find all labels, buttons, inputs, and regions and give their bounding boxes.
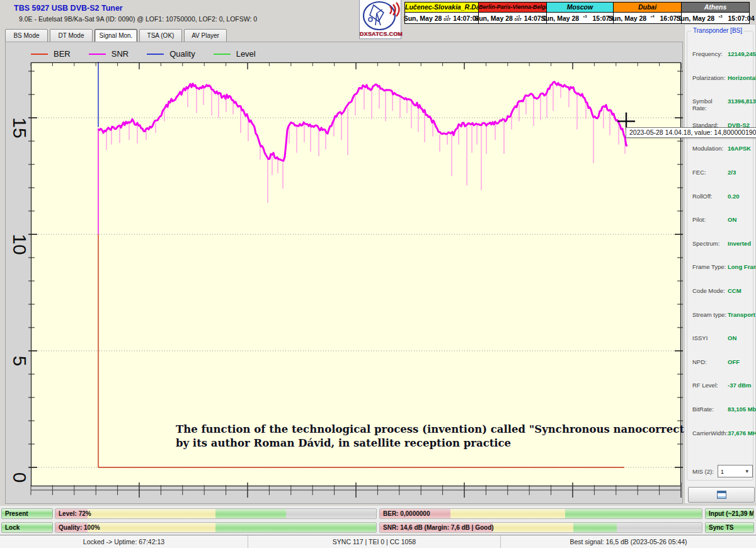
clock-city-label: Moscow — [547, 3, 613, 13]
tab-tsa-ok-[interactable]: TSA (OK) — [139, 29, 182, 43]
transponder-row-value: 16APSK — [728, 145, 751, 152]
transponder-groupbox: Transponder [BS] Frequency:12149,245 MHz… — [687, 31, 753, 481]
transponder-row-label: Stream type: — [692, 311, 728, 318]
clock-utc-offset: +4 — [650, 15, 654, 21]
transponder-row: Frame Type:Long Frame — [692, 263, 753, 270]
annotation-line2: by its author Roman Dávid, in satellite … — [176, 437, 718, 450]
clock-utc-offset: +1DST — [444, 15, 450, 21]
transponder-row-label: Symbol Rate: — [692, 98, 728, 111]
status-badge-input-21-39-mbps-: Input (~21,39 Mbps) — [705, 508, 754, 519]
transponder-row-label: CarrierWidth: — [692, 430, 728, 437]
logo-text: DXSATCS.COM — [360, 31, 401, 37]
indicator-bar-text: Quality: 100% — [59, 523, 100, 533]
transponder-row-label: Polarization: — [692, 74, 728, 81]
status-sync: SYNC 117 | TEI 0 | CC 1058 — [248, 535, 501, 548]
bar-segment-gray — [286, 509, 376, 518]
bar-segment-green — [565, 509, 702, 518]
transponder-row-label: BitRate: — [692, 406, 728, 413]
transponder-row-label: RollOff: — [692, 193, 728, 200]
indicator-bar: Quality: 100% — [55, 522, 377, 533]
dst-flag — [720, 18, 721, 21]
transponder-row-label: Pilot: — [692, 216, 728, 223]
status-badge-lock: Lock — [1, 522, 53, 533]
transponder-row: NPD:OFF — [692, 358, 753, 365]
stream-list-button[interactable] — [688, 487, 755, 503]
clock-date: Sun, May 28 — [541, 14, 580, 22]
indicator-bar-text: Level: 72% — [59, 509, 91, 519]
indicator-bar: SNR: 14,6 dB (Margin: 7,6 dB | Good) — [379, 522, 702, 533]
transponder-row: RollOff:0.20 — [692, 193, 753, 200]
indicator-bar-text: BER: 0,0000000 — [383, 509, 430, 519]
transponder-row-value: Inverted — [728, 240, 751, 247]
mis-value: 1 — [721, 468, 724, 475]
clock-cell: Berlin-Paris-Vienna-BelgradeSun, May 28+… — [478, 2, 547, 24]
transponder-row-value: ON — [728, 216, 736, 223]
clock-utc-offset: +3 — [583, 15, 587, 21]
chart-legend: BERSNRQualityLevel — [31, 49, 268, 59]
status-bar: Locked -> Uptime: 67:42:13 SYNC 117 | TE… — [0, 535, 756, 548]
world-clocks: Lučenec-Slovakia_R.DávidSun, May 28+1DST… — [405, 2, 750, 24]
clock-cell: DubaiSun, May 28+4 16:07:04 — [613, 2, 682, 24]
legend-label: Level — [236, 49, 256, 59]
transponder-row: Spectrum:Inverted — [692, 240, 753, 247]
status-badge-present: Present — [1, 508, 53, 519]
bar-segment-yellow — [88, 509, 216, 518]
clock-time: Sun, May 28+1DST14:07:04 — [479, 13, 546, 23]
tab-dt-mode[interactable]: DT Mode — [50, 29, 93, 43]
app-window: { "window": { "title": "TBS 5927 USB DVB… — [0, 0, 756, 548]
bar-segment-yellow — [493, 523, 573, 532]
mode-tabs: BS ModeDT ModeSignal Mon.TSA (OK)AV Play… — [5, 29, 227, 43]
chart-annotation: The function of the technological proces… — [176, 423, 718, 450]
transponder-row-value: 83,105 Mbit/s — [728, 406, 756, 413]
transponder-row-value: ON — [728, 334, 736, 341]
y-axis-tick-label: 0 — [9, 472, 30, 483]
status-uptime: Locked -> Uptime: 67:42:13 — [0, 535, 248, 548]
transponder-row: Modulation:16APSK — [692, 145, 753, 152]
tab-av-player[interactable]: AV Player — [184, 29, 227, 43]
transponder-row-value: 2/3 — [728, 169, 736, 176]
tab-bs-mode[interactable]: BS Mode — [5, 29, 48, 43]
transponder-row: Frequency:12149,245 MHz — [692, 50, 753, 57]
legend-swatch — [89, 54, 106, 55]
clock-time: Sun, May 28+4 16:07:04 — [614, 13, 681, 23]
transponder-row-label: Frequency: — [692, 50, 728, 57]
annotation-line1: The function of the technological proces… — [176, 423, 718, 437]
clock-time: Sun, May 28+3 15:07:04 — [682, 13, 749, 23]
transponder-row-label: Modulation: — [692, 145, 728, 152]
transponder-row: RF Level:-37 dBm — [692, 382, 753, 389]
dst-flag: DST — [515, 18, 522, 21]
tab-signal-mon-[interactable]: Signal Mon. — [94, 29, 137, 43]
bar-segment-green — [215, 509, 286, 518]
legend-label: SNR — [112, 49, 129, 59]
transponder-row-label: Spectrum: — [692, 240, 728, 247]
signal-chart-panel: BERSNRQualityLevel 051015 The function o… — [5, 42, 683, 504]
y-axis-tick-label: 15 — [9, 117, 30, 138]
bar-segment-gray — [617, 523, 702, 532]
transponder-row-value: 0.20 — [728, 193, 740, 200]
transponder-row-value: 12149,245 MHz — [728, 50, 756, 57]
transponder-row-value: Transport — [728, 311, 755, 318]
clock-cell: Lučenec-Slovakia_R.DávidSun, May 28+1DST… — [404, 2, 479, 24]
clock-city-label: Berlin-Paris-Vienna-Belgrade — [479, 3, 546, 13]
bar-segment-yellow — [88, 523, 216, 532]
clock-hms: 15:07:04 — [728, 14, 754, 22]
y-axis-tick-label: 10 — [9, 234, 30, 254]
dst-flag — [585, 18, 586, 21]
legend-swatch — [147, 54, 164, 55]
indicator-band: PresentLevel: 72%BER: 0,0000000Input (~2… — [0, 506, 756, 535]
bar-segment-green — [215, 523, 376, 532]
chevron-down-icon: ▼ — [745, 469, 750, 474]
transponder-groupbox-title: Transponder [BS] — [691, 27, 744, 34]
clock-date: Sun, May 28 — [609, 14, 647, 22]
transponder-row-value: OFF — [728, 358, 740, 365]
legend-label: BER — [54, 49, 71, 59]
clock-city-label: Dubai — [614, 3, 681, 13]
transponder-row-value: Long Frame — [728, 263, 756, 270]
cursor-tooltip: 2023-05-28 14.04.18, value: 14,800000190… — [626, 127, 756, 138]
dst-flag: DST — [444, 18, 450, 21]
clock-date: Sun, May 28 — [404, 14, 442, 22]
legend-label: Quality — [169, 49, 195, 59]
transponder-row-label: RF Level: — [692, 382, 728, 389]
mis-select[interactable]: 1 ▼ — [718, 465, 753, 477]
transponder-row-label: Frame Type: — [692, 263, 728, 270]
